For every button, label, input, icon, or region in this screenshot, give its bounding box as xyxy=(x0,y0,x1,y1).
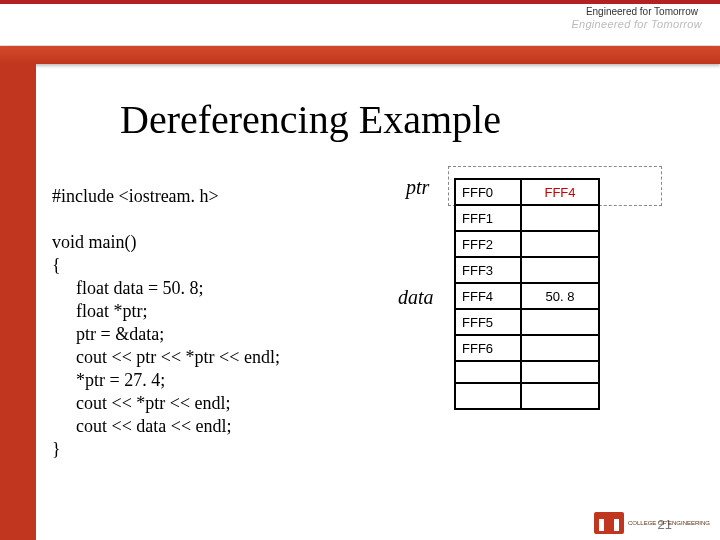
mem-addr: FFF6 xyxy=(455,335,521,361)
header-strip: Engineered for Tomorrow Engineered for T… xyxy=(0,4,720,46)
tagline-text: Engineered for Tomorrow xyxy=(586,6,698,17)
table-row: FFF2 xyxy=(455,231,599,257)
code-line: #include <iostream. h> xyxy=(52,186,219,206)
tagline-watermark: Engineered for Tomorrow xyxy=(571,18,702,30)
mem-gap xyxy=(455,361,521,383)
mem-addr: FFF1 xyxy=(455,205,521,231)
code-line: cout << *ptr << endl; xyxy=(52,392,231,415)
mem-addr: FFF3 xyxy=(455,257,521,283)
table-row: FFF1 xyxy=(455,205,599,231)
table-row: FFF6 xyxy=(455,335,599,361)
slide-root: Engineered for Tomorrow Engineered for T… xyxy=(0,0,720,540)
mem-val: 50. 8 xyxy=(521,283,599,309)
mem-addr: FFF5 xyxy=(455,309,521,335)
mem-val xyxy=(521,257,599,283)
footer-logo: COLLEGE OF ENGINEERING xyxy=(594,512,710,534)
pointer-label-data: data xyxy=(398,286,434,309)
table-row: FFF3 xyxy=(455,257,599,283)
code-line: void main() xyxy=(52,232,136,252)
code-line: cout << ptr << *ptr << endl; xyxy=(52,346,280,369)
mem-val xyxy=(521,309,599,335)
table-row: FFF450. 8 xyxy=(455,283,599,309)
code-line: ptr = &data; xyxy=(52,323,164,346)
pointer-label-ptr: ptr xyxy=(406,176,429,199)
table-row: FFF5 xyxy=(455,309,599,335)
table-row xyxy=(455,383,599,409)
code-line: float data = 50. 8; xyxy=(52,277,204,300)
mem-gap xyxy=(521,361,599,383)
mem-val xyxy=(521,231,599,257)
mem-val xyxy=(521,335,599,361)
mem-addr xyxy=(455,383,521,409)
mem-val xyxy=(521,205,599,231)
code-line: } xyxy=(52,439,61,459)
code-line: *ptr = 27. 4; xyxy=(52,369,165,392)
left-red-stripe xyxy=(0,64,36,540)
code-block: #include <iostream. h> void main() { flo… xyxy=(52,162,280,461)
mem-val: FFF4 xyxy=(521,179,599,205)
page-title: Dereferencing Example xyxy=(120,96,501,143)
table-row xyxy=(455,361,599,383)
mvj-logo-icon xyxy=(594,512,624,534)
mem-addr: FFF2 xyxy=(455,231,521,257)
mem-val xyxy=(521,383,599,409)
memory-table: FFF0FFF4 FFF1 FFF2 FFF3 FFF450. 8 FFF5 F… xyxy=(454,178,600,410)
mem-addr: FFF4 xyxy=(455,283,521,309)
code-line: float *ptr; xyxy=(52,300,147,323)
table-row: FFF0FFF4 xyxy=(455,179,599,205)
footer-logo-text: COLLEGE OF ENGINEERING xyxy=(628,520,710,527)
mem-addr: FFF0 xyxy=(455,179,521,205)
orange-band xyxy=(0,46,720,64)
code-line: { xyxy=(52,255,61,275)
code-line: cout << data << endl; xyxy=(52,415,232,438)
